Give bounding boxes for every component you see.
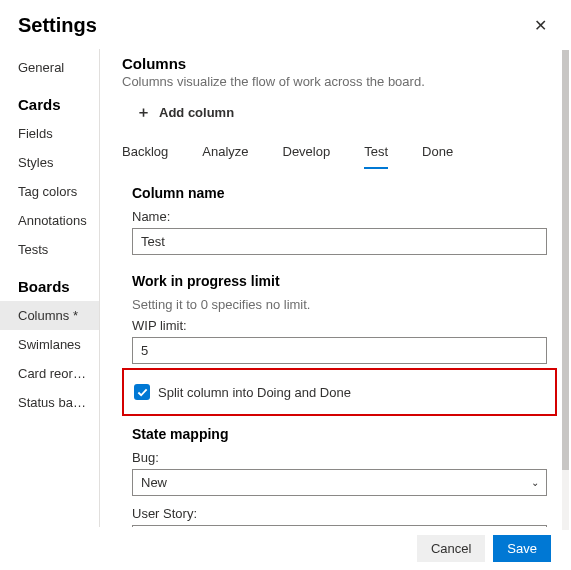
sidebar-item-general[interactable]: General [0, 53, 99, 82]
bug-state-select[interactable]: New [132, 469, 547, 496]
check-icon [137, 387, 148, 398]
sidebar-item-columns[interactable]: Columns * [0, 301, 99, 330]
split-label: Split column into Doing and Done [158, 385, 351, 400]
main-content: Columns Columns visualize the flow of wo… [100, 49, 571, 527]
sidebar-item-styles[interactable]: Styles [0, 148, 99, 177]
page-title: Settings [18, 14, 97, 37]
cancel-button[interactable]: Cancel [417, 535, 485, 562]
wip-label: WIP limit: [132, 318, 547, 333]
sidebar-item-swimlanes[interactable]: Swimlanes [0, 330, 99, 359]
state-mapping-section: State mapping [132, 426, 547, 442]
sidebar-item-status-badge[interactable]: Status badge [0, 388, 99, 417]
sidebar-group-boards: Boards [0, 264, 99, 301]
column-tabs: Backlog Analyze Develop Test Done [122, 140, 547, 169]
tab-done[interactable]: Done [422, 140, 453, 169]
tab-analyze[interactable]: Analyze [202, 140, 248, 169]
sidebar-item-tests[interactable]: Tests [0, 235, 99, 264]
tab-develop[interactable]: Develop [283, 140, 331, 169]
sidebar-item-annotations[interactable]: Annotations [0, 206, 99, 235]
sidebar-item-tag-colors[interactable]: Tag colors [0, 177, 99, 206]
settings-sidebar: General Cards Fields Styles Tag colors A… [0, 49, 100, 527]
name-label: Name: [132, 209, 547, 224]
split-highlight: Split column into Doing and Done [122, 368, 557, 416]
wip-limit-input[interactable] [132, 337, 547, 364]
columns-heading: Columns [122, 55, 547, 72]
add-column-button[interactable]: ＋ Add column [122, 99, 240, 126]
tab-backlog[interactable]: Backlog [122, 140, 168, 169]
bug-label: Bug: [132, 450, 547, 465]
sidebar-group-cards: Cards [0, 82, 99, 119]
plus-icon: ＋ [136, 103, 151, 122]
tab-test[interactable]: Test [364, 140, 388, 169]
scrollbar[interactable] [562, 50, 569, 530]
split-checkbox[interactable] [134, 384, 150, 400]
close-icon[interactable]: ✕ [528, 12, 553, 39]
add-column-label: Add column [159, 105, 234, 120]
save-button[interactable]: Save [493, 535, 551, 562]
sidebar-item-card-reordering[interactable]: Card reordering [0, 359, 99, 388]
wip-section: Work in progress limit [132, 273, 547, 289]
user-story-label: User Story: [132, 506, 547, 521]
sidebar-item-fields[interactable]: Fields [0, 119, 99, 148]
user-story-state-select[interactable]: Active [132, 525, 547, 527]
column-name-input[interactable] [132, 228, 547, 255]
columns-helper: Columns visualize the flow of work acros… [122, 74, 547, 89]
column-name-section: Column name [132, 185, 547, 201]
scrollbar-thumb[interactable] [562, 50, 569, 470]
wip-helper: Setting it to 0 specifies no limit. [132, 297, 547, 312]
